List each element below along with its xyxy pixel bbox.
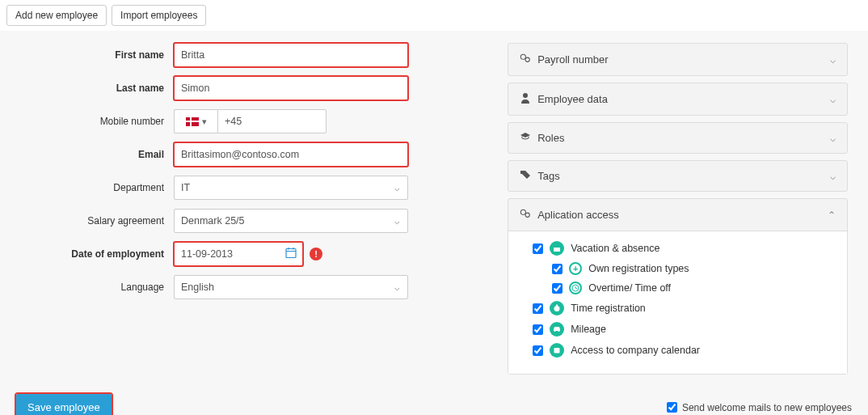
chevron-down-icon: ▾ <box>202 116 207 127</box>
denmark-flag-icon <box>186 117 199 126</box>
email-input[interactable] <box>174 142 408 167</box>
gears-icon <box>520 208 531 222</box>
svg-point-5 <box>525 57 529 61</box>
svg-rect-10 <box>554 246 560 248</box>
calendar-checkbox[interactable] <box>533 345 543 356</box>
salary-label: Salary agreement <box>20 215 174 227</box>
panel-access-label: Aplication access <box>537 209 618 221</box>
plus-circle-icon: + <box>569 262 582 275</box>
calendar-icon[interactable] <box>285 248 297 261</box>
panel-employee-data: Employee data ⌵ <box>508 83 848 116</box>
panel-tags-label: Tags <box>537 170 559 182</box>
own-reg-label: Own registration types <box>588 263 689 274</box>
welcome-mail-checkbox[interactable] <box>667 402 677 413</box>
access-item-calendar: Access to company calendar <box>533 343 836 358</box>
tags-icon <box>520 170 531 182</box>
vacation-checkbox[interactable] <box>533 243 543 254</box>
calendar-access-label: Access to company calendar <box>571 345 700 356</box>
car-icon <box>550 322 564 337</box>
panel-roles: Roles ⌵ <box>508 122 848 154</box>
first-name-input[interactable] <box>174 43 408 67</box>
panel-payroll-header[interactable]: Payroll number ⌵ <box>508 44 847 75</box>
department-label: Department <box>20 182 174 193</box>
access-item-time-reg: Time registration <box>533 301 836 315</box>
overtime-checkbox[interactable] <box>552 283 563 294</box>
language-label: Language <box>20 282 174 293</box>
panel-roles-header[interactable]: Roles ⌵ <box>508 123 847 153</box>
add-employee-button[interactable]: Add new employee <box>6 5 107 26</box>
svg-point-15 <box>558 330 560 332</box>
welcome-mail-label: Send welcome mails to new employees <box>682 402 852 413</box>
svg-point-12 <box>554 306 560 311</box>
chevron-down-icon: ⌵ <box>830 171 836 182</box>
employee-form: First name Last name Mobile number ▾ Ema… <box>20 43 475 381</box>
panel-empdata-header[interactable]: Employee data ⌵ <box>508 83 847 115</box>
access-list: Vacation & absence + Own registration ty… <box>508 231 847 374</box>
svg-rect-0 <box>286 249 296 258</box>
panel-access-header[interactable]: Aplication access ⌃ <box>508 199 847 231</box>
first-name-label: First name <box>20 49 174 61</box>
department-select[interactable] <box>174 176 408 200</box>
gears-icon <box>520 53 531 66</box>
doe-label: Date of employment <box>20 248 174 260</box>
warning-icon: ! <box>310 248 322 260</box>
svg-point-8 <box>525 213 529 217</box>
mileage-checkbox[interactable] <box>533 324 543 335</box>
footer-bar: Save employee Send welcome mails to new … <box>0 389 868 415</box>
svg-point-4 <box>521 54 526 59</box>
panel-payroll: Payroll number ⌵ <box>508 43 848 76</box>
email-label: Email <box>20 149 174 160</box>
graduation-cap-icon <box>520 132 531 144</box>
panel-empdata-label: Employee data <box>537 93 608 105</box>
salary-select[interactable] <box>174 209 408 233</box>
vacation-label: Vacation & absence <box>571 243 659 254</box>
save-employee-button[interactable]: Save employee <box>16 394 112 415</box>
access-item-mileage: Mileage <box>533 322 836 337</box>
access-item-vacation: Vacation & absence <box>533 241 836 256</box>
mobile-input[interactable] <box>217 109 327 133</box>
svg-point-7 <box>521 210 526 214</box>
stopwatch-icon <box>550 301 564 315</box>
own-reg-checkbox[interactable] <box>552 264 563 274</box>
calendar-access-icon <box>550 343 564 358</box>
chevron-up-icon: ⌃ <box>828 210 836 221</box>
user-icon <box>520 92 531 106</box>
side-panels: Payroll number ⌵ Employee data ⌵ Roles <box>508 43 848 381</box>
mileage-label: Mileage <box>571 324 606 335</box>
last-name-label: Last name <box>20 83 174 94</box>
language-select[interactable] <box>174 275 408 299</box>
mobile-label: Mobile number <box>20 116 174 127</box>
overtime-label: Overtime/ Time off <box>588 282 671 294</box>
svg-rect-13 <box>556 305 558 307</box>
top-toolbar: Add new employee Import employees <box>0 0 868 31</box>
time-reg-checkbox[interactable] <box>533 303 543 314</box>
svg-point-14 <box>554 330 556 332</box>
chevron-down-icon: ⌵ <box>830 94 836 105</box>
svg-rect-16 <box>554 348 560 354</box>
panel-application-access: Aplication access ⌃ Vacation & absence +… <box>508 198 848 375</box>
access-item-own-reg: + Own registration types <box>552 262 836 275</box>
panel-tags-header[interactable]: Tags ⌵ <box>508 161 847 191</box>
time-reg-label: Time registration <box>571 303 646 314</box>
access-item-overtime: Overtime/ Time off <box>552 282 836 294</box>
import-employees-button[interactable]: Import employees <box>112 5 206 26</box>
chevron-down-icon: ⌵ <box>830 133 836 144</box>
panel-payroll-label: Payroll number <box>537 53 608 66</box>
chevron-down-icon: ⌵ <box>830 54 836 66</box>
panel-roles-label: Roles <box>537 132 564 144</box>
date-employment-input[interactable] <box>174 242 303 266</box>
svg-point-6 <box>523 93 528 98</box>
calendar-round-icon <box>550 241 564 256</box>
last-name-input[interactable] <box>174 76 408 100</box>
panel-tags: Tags ⌵ <box>508 160 848 192</box>
clock-circle-icon <box>569 282 582 294</box>
country-flag-select[interactable]: ▾ <box>174 109 217 133</box>
